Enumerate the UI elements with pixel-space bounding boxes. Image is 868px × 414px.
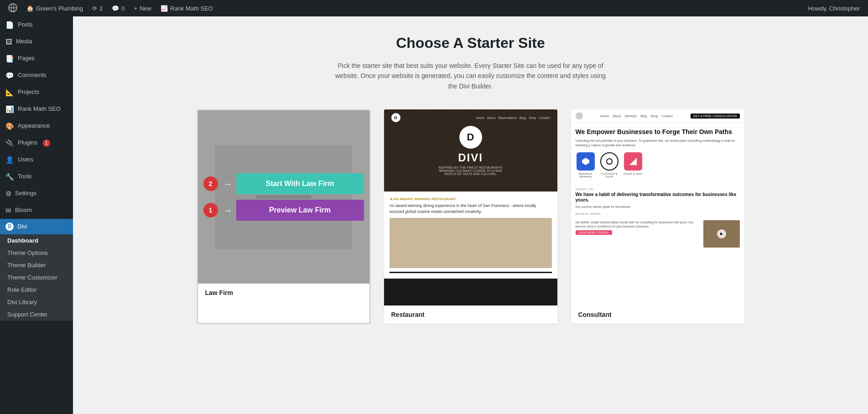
card-law-firm: 2 → Start With Law Firm 1 → Preview Law … xyxy=(197,109,370,324)
cons-logo xyxy=(576,112,583,119)
sidebar-item-plugins[interactable]: 🔌 Plugins 1 xyxy=(0,135,73,151)
updates-icon: ⟳ xyxy=(92,5,97,12)
consultant-hero: We Empower Businesses to Forge Their Own… xyxy=(571,123,744,187)
rank-math-icon: 📈 xyxy=(161,5,168,12)
sidebar-label-plugins: Plugins xyxy=(18,139,37,147)
start-with-law-firm-button[interactable]: Start With Law Firm xyxy=(236,173,364,194)
media-icon: 🖼 xyxy=(5,37,12,47)
cons-label-growth: Growth & Team xyxy=(623,172,643,175)
site-name-item[interactable]: 🏠 Green's Plumbing xyxy=(22,0,88,16)
sidebar-label-pages: Pages xyxy=(18,54,35,62)
rest-award-text: ★ AN AWARD WINNING RESTAURANT xyxy=(390,197,552,201)
sidebar-item-projects[interactable]: 📐 Projects xyxy=(0,84,73,101)
main-layout: 📄 Posts 🖼 Media 📑 Pages 💬 Comments 📐 Pro… xyxy=(0,16,868,414)
sidebar-label-projects: Projects xyxy=(18,88,39,96)
cons-nav-links: Home About Services Blog Shop Contact xyxy=(600,114,672,118)
restaurant-nav: D Home About Reservations Blog Shop Cont… xyxy=(384,113,557,122)
wp-logo-item[interactable] xyxy=(4,0,22,16)
sidebar-label-appearance: Appearance xyxy=(18,122,50,130)
submenu-theme-options[interactable]: Theme Options xyxy=(0,247,73,259)
sidebar-item-rank-math[interactable]: 📊 Rank Math SEO xyxy=(0,101,73,118)
site-name: Green's Plumbing xyxy=(36,5,83,12)
cons-about-label: ABOUT US xyxy=(576,188,740,191)
cons-read-more: READ MORE STORIES xyxy=(576,230,612,235)
cons-icon-growth: Growth & Team xyxy=(623,152,643,178)
tools-icon: 🔧 xyxy=(5,172,14,181)
bloom-icon: ✉ xyxy=(5,206,11,215)
start-arrow-icon: → xyxy=(223,179,233,189)
submenu-support-center[interactable]: Support Center xyxy=(0,308,73,321)
cons-icon-branding: Branding & Marketing xyxy=(576,152,596,178)
card-restaurant[interactable]: D Home About Reservations Blog Shop Cont… xyxy=(384,109,557,324)
consultant-nav: Home About Services Blog Shop Contact GE… xyxy=(571,109,744,123)
cons-recent-label: RECENT WORK xyxy=(576,212,740,215)
rest-bottom-bar xyxy=(390,272,552,273)
sidebar-item-posts[interactable]: 📄 Posts xyxy=(0,16,73,33)
submenu-role-editor[interactable]: Role Editor xyxy=(0,284,73,296)
sidebar-item-divi[interactable]: D Divi xyxy=(0,219,73,234)
settings-icon: ⚙ xyxy=(5,189,11,198)
sidebar-item-media[interactable]: 🖼 Media xyxy=(0,33,73,50)
cons-about-title: We have a habit of delivering transforma… xyxy=(576,192,740,203)
starter-sites-grid: 2 → Start With Law Firm 1 → Preview Law … xyxy=(197,109,744,324)
rest-nav-d-icon: D xyxy=(394,115,397,120)
cons-hero-title: We Empower Businesses to Forge Their Own… xyxy=(576,128,740,136)
sidebar-item-appearance[interactable]: 🎨 Appearance xyxy=(0,118,73,135)
users-icon: 👤 xyxy=(5,155,14,165)
card-consultant[interactable]: Home About Services Blog Shop Contact GE… xyxy=(571,109,744,324)
submenu-dashboard[interactable]: Dashboard xyxy=(0,234,73,247)
cons-about-desc: Our success stories speak for themselves… xyxy=(576,205,740,209)
submenu-theme-builder[interactable]: Theme Builder xyxy=(0,259,73,271)
law-firm-label: Law Firm xyxy=(198,284,369,302)
updates-item[interactable]: ⟳ 2 xyxy=(88,0,107,16)
admin-bar: 🏠 Green's Plumbing ⟳ 2 💬 0 + New 📈 Rank … xyxy=(0,0,868,16)
submenu-theme-customizer[interactable]: Theme Customizer xyxy=(0,271,73,284)
divi-arrow xyxy=(69,223,73,230)
restaurant-name: DIVI xyxy=(458,151,483,164)
preview-row: 1 → Preview Law Firm xyxy=(203,200,364,221)
law-firm-preview: 2 → Start With Law Firm 1 → Preview Law … xyxy=(198,110,369,284)
law-firm-overlay: 2 → Start With Law Firm 1 → Preview Law … xyxy=(198,110,369,284)
cons-shape-blue xyxy=(577,152,595,171)
plus-icon: + xyxy=(134,5,137,12)
cons-play-icon: ▶ xyxy=(717,229,726,238)
restaurant-body: ★ AN AWARD WINNING RESTAURANT An award-w… xyxy=(384,191,557,279)
plugins-icon: 🔌 xyxy=(5,138,14,148)
sidebar-item-comments[interactable]: 💬 Comments xyxy=(0,67,73,84)
updates-count: 2 xyxy=(99,5,103,12)
sidebar-item-bloom[interactable]: ✉ Bloom xyxy=(0,202,73,219)
admin-bar-left: 🏠 Green's Plumbing ⟳ 2 💬 0 + New 📈 Rank … xyxy=(4,0,804,16)
sidebar-label-rank-math: Rank Math SEO xyxy=(18,105,61,113)
preview-law-firm-button[interactable]: Preview Law Firm xyxy=(236,200,364,221)
restaurant-hero: D Home About Reservations Blog Shop Cont… xyxy=(384,109,557,191)
comments-icon: 💬 xyxy=(112,5,119,12)
sidebar-item-settings[interactable]: ⚙ Settings xyxy=(0,185,73,202)
comments-item[interactable]: 💬 0 xyxy=(107,0,129,16)
divi-submenu: Dashboard Theme Options Theme Builder Th… xyxy=(0,234,73,321)
sidebar-label-posts: Posts xyxy=(18,21,33,29)
consultant-preview: Home About Services Blog Shop Contact GE… xyxy=(571,109,744,305)
restaurant-d-icon: D xyxy=(467,131,474,143)
cons-label-community: Community & Social xyxy=(599,172,619,178)
sidebar: 📄 Posts 🖼 Media 📑 Pages 💬 Comments 📐 Pro… xyxy=(0,16,73,414)
sidebar-item-users[interactable]: 👤 Users xyxy=(0,151,73,168)
svg-point-4 xyxy=(607,159,612,164)
submenu-divi-library[interactable]: Divi Library xyxy=(0,296,73,308)
svg-marker-5 xyxy=(629,158,637,165)
sidebar-label-bloom: Bloom xyxy=(15,206,32,214)
projects-icon: 📐 xyxy=(5,88,14,97)
new-item[interactable]: + New xyxy=(129,0,156,16)
new-label: New xyxy=(140,5,151,12)
cons-bottom-image: ▶ xyxy=(703,220,740,248)
sidebar-item-tools[interactable]: 🔧 Tools xyxy=(0,168,73,185)
posts-icon: 📄 xyxy=(5,20,14,30)
rank-math-label: Rank Math SEO xyxy=(170,5,213,12)
sidebar-label-settings: Settings xyxy=(15,189,36,197)
sidebar-item-pages[interactable]: 📑 Pages xyxy=(0,50,73,67)
cons-icon-community: Community & Social xyxy=(599,152,619,178)
rest-nav-links: Home About Reservations Blog Shop Contac… xyxy=(476,113,550,122)
rest-desc-text: An award-winning dining experience in th… xyxy=(390,203,552,214)
cons-cta-nav: GET A FREE CONSULTATION xyxy=(691,114,740,119)
rank-math-item[interactable]: 📈 Rank Math SEO xyxy=(156,0,218,16)
cons-icons-row: Branding & Marketing Community & Social xyxy=(576,152,740,178)
